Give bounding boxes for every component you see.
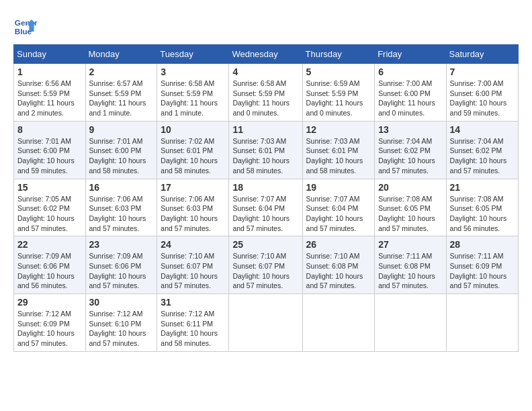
day-number: 8 <box>17 124 82 135</box>
day-number: 14 <box>450 124 515 135</box>
calendar-week-row: 29 Sunrise: 7:12 AMSunset: 6:09 PMDaylig… <box>14 294 519 352</box>
day-info: Sunrise: 7:02 AMSunset: 6:01 PMDaylight:… <box>161 137 218 175</box>
day-number: 29 <box>17 297 82 308</box>
day-number: 20 <box>378 182 442 193</box>
day-info: Sunrise: 6:58 AMSunset: 5:59 PMDaylight:… <box>161 79 218 117</box>
day-info: Sunrise: 7:10 AMSunset: 6:07 PMDaylight:… <box>232 252 290 289</box>
day-info: Sunrise: 7:12 AMSunset: 6:10 PMDaylight:… <box>89 310 146 347</box>
calendar-day-cell <box>229 294 302 352</box>
day-info: Sunrise: 7:12 AMSunset: 6:09 PMDaylight:… <box>17 310 75 347</box>
day-number: 10 <box>161 124 225 135</box>
day-info: Sunrise: 6:56 AMSunset: 5:59 PMDaylight:… <box>17 79 75 117</box>
weekday-header-row: SundayMondayTuesdayWednesdayThursdayFrid… <box>14 45 519 64</box>
calendar-day-cell: 17 Sunrise: 7:06 AMSunset: 6:03 PMDaylig… <box>157 179 229 236</box>
day-info: Sunrise: 7:09 AMSunset: 6:06 PMDaylight:… <box>89 252 146 289</box>
calendar-day-cell: 14 Sunrise: 7:04 AMSunset: 6:02 PMDaylig… <box>446 121 518 179</box>
calendar-day-cell: 29 Sunrise: 7:12 AMSunset: 6:09 PMDaylig… <box>14 294 86 352</box>
calendar-day-cell: 10 Sunrise: 7:02 AMSunset: 6:01 PMDaylig… <box>157 121 229 179</box>
day-number: 31 <box>161 297 225 308</box>
calendar-day-cell: 8 Sunrise: 7:01 AMSunset: 6:00 PMDayligh… <box>14 121 86 179</box>
day-info: Sunrise: 7:04 AMSunset: 6:02 PMDaylight:… <box>378 137 435 175</box>
day-info: Sunrise: 7:01 AMSunset: 6:00 PMDaylight:… <box>89 137 146 175</box>
calendar-day-cell: 15 Sunrise: 7:05 AMSunset: 6:02 PMDaylig… <box>14 179 86 236</box>
calendar-day-cell: 11 Sunrise: 7:03 AMSunset: 6:01 PMDaylig… <box>229 121 302 179</box>
calendar-day-cell: 1 Sunrise: 6:56 AMSunset: 5:59 PMDayligh… <box>14 64 86 122</box>
calendar-day-cell: 5 Sunrise: 6:59 AMSunset: 5:59 PMDayligh… <box>302 64 375 122</box>
calendar-day-cell: 25 Sunrise: 7:10 AMSunset: 6:07 PMDaylig… <box>229 236 302 294</box>
day-info: Sunrise: 7:06 AMSunset: 6:03 PMDaylight:… <box>161 195 218 232</box>
weekday-header-cell: Sunday <box>14 45 86 64</box>
day-info: Sunrise: 7:08 AMSunset: 6:05 PMDaylight:… <box>450 195 507 232</box>
page-header: General Blue <box>13 13 519 38</box>
day-number: 16 <box>89 182 154 193</box>
calendar-day-cell: 21 Sunrise: 7:08 AMSunset: 6:05 PMDaylig… <box>446 179 518 236</box>
logo-icon: General Blue <box>13 13 38 38</box>
calendar-day-cell: 31 Sunrise: 7:12 AMSunset: 6:11 PMDaylig… <box>157 294 229 352</box>
day-number: 3 <box>161 66 225 77</box>
calendar-day-cell: 22 Sunrise: 7:09 AMSunset: 6:06 PMDaylig… <box>14 236 86 294</box>
day-info: Sunrise: 7:04 AMSunset: 6:02 PMDaylight:… <box>450 137 507 175</box>
day-info: Sunrise: 7:00 AMSunset: 6:00 PMDaylight:… <box>450 79 507 117</box>
day-info: Sunrise: 7:03 AMSunset: 6:01 PMDaylight:… <box>232 137 290 175</box>
day-number: 15 <box>17 182 82 193</box>
calendar-day-cell: 2 Sunrise: 6:57 AMSunset: 5:59 PMDayligh… <box>85 64 157 122</box>
weekday-header-cell: Thursday <box>302 45 375 64</box>
calendar-day-cell <box>446 294 518 352</box>
day-info: Sunrise: 7:09 AMSunset: 6:06 PMDaylight:… <box>17 252 75 289</box>
logo: General Blue <box>13 13 40 38</box>
day-info: Sunrise: 7:10 AMSunset: 6:07 PMDaylight:… <box>161 252 218 289</box>
day-info: Sunrise: 7:07 AMSunset: 6:04 PMDaylight:… <box>232 195 290 232</box>
day-info: Sunrise: 6:59 AMSunset: 5:59 PMDaylight:… <box>306 79 363 117</box>
calendar-day-cell <box>302 294 375 352</box>
day-number: 23 <box>89 239 154 250</box>
day-number: 18 <box>232 182 298 193</box>
calendar-day-cell: 9 Sunrise: 7:01 AMSunset: 6:00 PMDayligh… <box>85 121 157 179</box>
day-number: 26 <box>306 239 371 250</box>
weekday-header-cell: Wednesday <box>229 45 302 64</box>
day-number: 4 <box>232 66 298 77</box>
calendar-day-cell: 28 Sunrise: 7:11 AMSunset: 6:09 PMDaylig… <box>446 236 518 294</box>
calendar-day-cell: 27 Sunrise: 7:11 AMSunset: 6:08 PMDaylig… <box>375 236 446 294</box>
day-info: Sunrise: 7:10 AMSunset: 6:08 PMDaylight:… <box>306 252 363 289</box>
day-info: Sunrise: 7:05 AMSunset: 6:02 PMDaylight:… <box>17 195 75 232</box>
weekday-header-cell: Monday <box>85 45 157 64</box>
day-number: 27 <box>378 239 442 250</box>
day-info: Sunrise: 7:03 AMSunset: 6:01 PMDaylight:… <box>306 137 363 175</box>
day-number: 28 <box>450 239 515 250</box>
day-number: 30 <box>89 297 154 308</box>
day-info: Sunrise: 7:11 AMSunset: 6:09 PMDaylight:… <box>450 252 507 289</box>
day-info: Sunrise: 7:11 AMSunset: 6:08 PMDaylight:… <box>378 252 435 289</box>
day-info: Sunrise: 7:00 AMSunset: 6:00 PMDaylight:… <box>378 79 435 117</box>
calendar-day-cell: 4 Sunrise: 6:58 AMSunset: 5:59 PMDayligh… <box>229 64 302 122</box>
calendar-day-cell: 7 Sunrise: 7:00 AMSunset: 6:00 PMDayligh… <box>446 64 518 122</box>
day-number: 5 <box>306 66 371 77</box>
day-info: Sunrise: 6:57 AMSunset: 5:59 PMDaylight:… <box>89 79 146 117</box>
day-number: 11 <box>232 124 298 135</box>
calendar-day-cell: 6 Sunrise: 7:00 AMSunset: 6:00 PMDayligh… <box>375 64 446 122</box>
day-number: 25 <box>232 239 298 250</box>
calendar-day-cell: 30 Sunrise: 7:12 AMSunset: 6:10 PMDaylig… <box>85 294 157 352</box>
calendar-table: SundayMondayTuesdayWednesdayThursdayFrid… <box>13 44 519 352</box>
calendar-week-row: 15 Sunrise: 7:05 AMSunset: 6:02 PMDaylig… <box>14 179 519 236</box>
day-number: 22 <box>17 239 82 250</box>
weekday-header-cell: Tuesday <box>157 45 229 64</box>
calendar-day-cell: 13 Sunrise: 7:04 AMSunset: 6:02 PMDaylig… <box>375 121 446 179</box>
calendar-week-row: 1 Sunrise: 6:56 AMSunset: 5:59 PMDayligh… <box>14 64 519 122</box>
weekday-header-cell: Saturday <box>446 45 518 64</box>
day-number: 19 <box>306 182 371 193</box>
calendar-day-cell: 26 Sunrise: 7:10 AMSunset: 6:08 PMDaylig… <box>302 236 375 294</box>
day-info: Sunrise: 7:01 AMSunset: 6:00 PMDaylight:… <box>17 137 75 175</box>
weekday-header-cell: Friday <box>375 45 446 64</box>
day-number: 17 <box>161 182 225 193</box>
day-info: Sunrise: 7:12 AMSunset: 6:11 PMDaylight:… <box>161 310 218 347</box>
calendar-day-cell: 24 Sunrise: 7:10 AMSunset: 6:07 PMDaylig… <box>157 236 229 294</box>
calendar-day-cell: 23 Sunrise: 7:09 AMSunset: 6:06 PMDaylig… <box>85 236 157 294</box>
calendar-week-row: 8 Sunrise: 7:01 AMSunset: 6:00 PMDayligh… <box>14 121 519 179</box>
calendar-day-cell: 18 Sunrise: 7:07 AMSunset: 6:04 PMDaylig… <box>229 179 302 236</box>
day-number: 7 <box>450 66 515 77</box>
day-number: 24 <box>161 239 225 250</box>
day-number: 9 <box>89 124 154 135</box>
calendar-body: 1 Sunrise: 6:56 AMSunset: 5:59 PMDayligh… <box>14 64 519 352</box>
calendar-week-row: 22 Sunrise: 7:09 AMSunset: 6:06 PMDaylig… <box>14 236 519 294</box>
day-info: Sunrise: 7:07 AMSunset: 6:04 PMDaylight:… <box>306 195 363 232</box>
